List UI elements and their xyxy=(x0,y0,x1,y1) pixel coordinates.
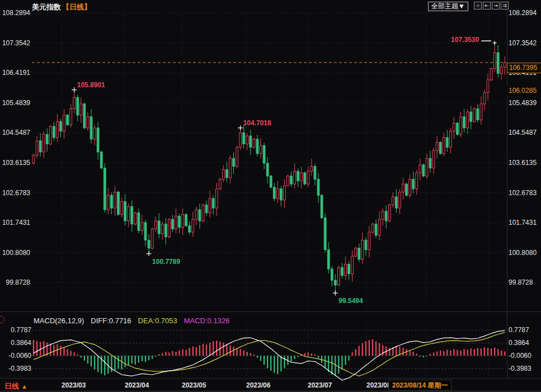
price-tick-left: 107.3542 xyxy=(0,39,30,47)
fit-left-axis-icon[interactable]: ⇤ xyxy=(483,2,491,10)
price-tick-left: 105.4839 xyxy=(0,99,30,107)
price-tick-right: 99.8728 xyxy=(509,278,533,286)
instrument-name: 美元指数 xyxy=(32,3,61,11)
gridlines xyxy=(0,0,541,391)
price-tick-left: 101.7431 xyxy=(0,219,30,226)
candlestick-chart-canvas[interactable] xyxy=(0,0,541,392)
period-selector[interactable]: 日线▲ xyxy=(4,381,27,391)
secondary-price-tag: 106.0285 xyxy=(507,86,541,96)
macd-diff-value: DIFF:0.7716 xyxy=(91,317,131,325)
date-tick: 2023/04 xyxy=(125,381,149,389)
macd-tick-left: -0.3983 xyxy=(0,365,31,372)
macd-tick-right: 0.7787 xyxy=(509,326,529,334)
fit-right-axis-icon[interactable]: ⇥ xyxy=(492,2,500,10)
macd-tick-left: 0.3864 xyxy=(0,339,31,347)
price-tick-left: 104.5487 xyxy=(0,129,30,136)
price-tick-left: 99.8728 xyxy=(0,278,30,286)
date-tick: 2023/07 xyxy=(308,381,332,389)
macd-value: MACD:0.1326 xyxy=(184,317,230,325)
price-annotation-100.7789: 100.7789 xyxy=(152,258,180,266)
macd-params: MACD(26,12,9) xyxy=(34,317,84,325)
price-tick-right: 108.2894 xyxy=(509,9,537,17)
move-icon[interactable]: ⊹ xyxy=(474,2,482,10)
price-tick-right: 102.6783 xyxy=(509,189,537,197)
price-tick-right: 107.3542 xyxy=(509,39,537,47)
price-tick-right: 101.7431 xyxy=(509,219,537,226)
price-tick-left: 108.2894 xyxy=(0,9,30,17)
sort-up-icon: ▲ xyxy=(21,383,27,390)
price-annotation-99.5494: 99.5494 xyxy=(338,297,363,305)
period-tag: 【日线】 xyxy=(62,3,91,11)
macd-layer xyxy=(33,330,506,380)
macd-indicator-header: MACD(26,12,9)DIFF:0.7716DEA:0.7053MACD:0… xyxy=(34,317,236,325)
current-price-tag: 106.7395 xyxy=(507,63,541,73)
date-tick: 2023/05 xyxy=(182,381,206,389)
price-tick-right: 104.5487 xyxy=(509,129,537,136)
price-tick-left: 103.6135 xyxy=(0,159,30,167)
trading-chart-window: 美元指数【日线】 全部主题▼ ⊹⇤⇥⇉ 108.2894107.3542106.… xyxy=(0,0,541,392)
date-tooltip: 2023/08/14 星期一 xyxy=(388,380,451,391)
date-tick: 2023/03 xyxy=(62,381,86,389)
macd-tick-left: 0.7787 xyxy=(0,326,31,334)
macd-tick-right: -0.3983 xyxy=(509,365,531,372)
macd-dea-value: DEA:0.7053 xyxy=(138,317,177,325)
price-tick-left: 106.4191 xyxy=(0,69,30,77)
date-tick: 2023/06 xyxy=(246,381,270,389)
price-tick-right: 100.8080 xyxy=(509,249,537,257)
macd-tick-left: -0.0060 xyxy=(0,352,31,360)
date-tick: 2023/08 xyxy=(366,381,391,389)
price-annotation-105.8901: 105.8901 xyxy=(77,81,105,89)
chart-title: 美元指数【日线】 xyxy=(32,2,91,12)
price-tick-right: 105.4839 xyxy=(509,99,537,107)
themes-dropdown-button[interactable]: 全部主题▼ xyxy=(428,2,468,11)
price-tick-left: 102.6783 xyxy=(0,189,30,197)
chart-toolbar: ⊹⇤⇥⇉ xyxy=(474,2,509,10)
price-tick-right: 103.6135 xyxy=(509,159,537,167)
macd-tick-right: -0.0060 xyxy=(509,352,531,360)
price-tick-left: 100.8080 xyxy=(0,249,30,257)
macd-tick-right: 0.3864 xyxy=(509,339,529,347)
shift-right-icon[interactable]: ⇉ xyxy=(501,2,509,10)
price-annotation-107.3530: 107.3530 xyxy=(449,36,479,44)
price-annotation-104.7018: 104.7018 xyxy=(243,119,271,127)
period-selector-label[interactable]: 日线 xyxy=(4,382,19,390)
